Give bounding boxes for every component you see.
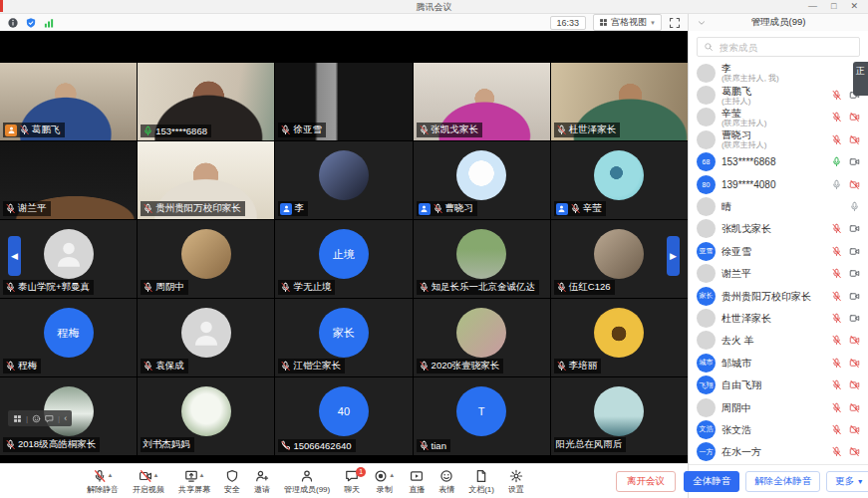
video-tile[interactable]: 杜世泽家长 <box>551 63 688 140</box>
video-tile[interactable]: 袁保成 <box>138 299 274 376</box>
layout-icon[interactable] <box>13 414 22 423</box>
collapse-chevron-icon[interactable]: ‹ <box>64 413 67 423</box>
minimize-button[interactable]: — <box>808 0 817 13</box>
maximize-button[interactable]: □ <box>831 0 836 13</box>
chat-button[interactable]: 1聊天 <box>337 469 367 494</box>
member-row[interactable]: 张凯戈家长 <box>689 218 868 240</box>
video-tile[interactable]: 家长江锴尘家长 <box>275 299 412 376</box>
mic-status-icon[interactable] <box>831 291 842 302</box>
mic-status-icon[interactable] <box>831 424 842 435</box>
camera-status-icon[interactable] <box>849 246 860 257</box>
member-row[interactable]: 一方在水一方 <box>689 441 868 463</box>
mic-status-icon[interactable] <box>831 358 842 369</box>
camera-status-icon[interactable] <box>849 112 860 123</box>
security-shield-icon[interactable] <box>25 17 37 29</box>
camera-status-icon[interactable] <box>849 446 860 457</box>
mic-status-icon[interactable] <box>831 90 842 101</box>
caret-up-icon[interactable]: ▲ <box>108 472 114 478</box>
prev-page-arrow[interactable]: ◀ <box>8 236 21 276</box>
mic-status-icon[interactable] <box>831 446 842 457</box>
camera-status-icon[interactable] <box>849 291 860 302</box>
live-button[interactable]: 直播 <box>402 469 432 494</box>
camera-status-icon[interactable] <box>849 358 860 369</box>
invite-button[interactable]: 邀请 <box>247 469 277 494</box>
mic-status-icon[interactable] <box>831 134 842 145</box>
video-tile[interactable]: 阳光总在风雨后 <box>551 377 688 455</box>
mic-status-icon[interactable] <box>831 335 842 346</box>
mic-status-icon[interactable] <box>831 246 842 257</box>
manage-members-button[interactable]: 管理成员(99) <box>277 469 337 494</box>
start-video-button[interactable]: ▲开启视频 <box>126 469 171 494</box>
grid-view-button[interactable]: 宫格视图 ▼ <box>593 14 662 31</box>
video-tile[interactable]: 张凯戈家长 <box>414 63 550 140</box>
camera-status-icon[interactable] <box>849 134 860 145</box>
video-tile[interactable]: 刘书杰妈妈 <box>138 377 274 455</box>
meeting-info-icon[interactable] <box>7 17 19 29</box>
video-tile[interactable]: Ttian <box>414 377 550 455</box>
member-row[interactable]: 亚雪徐亚雪 <box>689 240 868 262</box>
video-tile[interactable]: 贵州贵阳万校印家长 <box>138 141 274 219</box>
member-search-box[interactable] <box>697 37 860 57</box>
member-row[interactable]: 曹晓习(联席主持人) <box>689 128 868 150</box>
mic-status-icon[interactable] <box>849 201 860 212</box>
network-signal-icon[interactable] <box>43 17 55 29</box>
member-row[interactable]: 飞翔自由飞翔 <box>689 374 868 395</box>
camera-status-icon[interactable] <box>849 335 860 346</box>
member-row[interactable]: 辛莹(联席主持人) <box>689 107 868 128</box>
video-tile[interactable]: 止境学无止境 <box>275 220 412 298</box>
leave-meeting-button[interactable]: 离开会议 <box>616 471 676 492</box>
member-row[interactable]: 葛鹏飞(主持人) <box>689 84 868 106</box>
unmute-all-button[interactable]: 解除全体静音 <box>745 471 820 492</box>
member-row[interactable]: 家长贵州贵阳万校印家长 <box>689 285 868 307</box>
member-row[interactable]: 晴 <box>689 195 868 217</box>
member-row[interactable]: 68153****6868 <box>689 151 868 173</box>
emoji-icon[interactable] <box>32 414 41 423</box>
member-row[interactable]: 城市邹城市 <box>689 352 868 374</box>
camera-status-icon[interactable] <box>849 223 860 234</box>
video-tile[interactable]: 李培丽 <box>551 299 688 376</box>
video-tile[interactable]: 4015066462640 <box>275 377 412 455</box>
video-tile[interactable]: 曹晓习 <box>414 141 550 219</box>
caret-up-icon[interactable]: ▲ <box>199 472 205 478</box>
unmute-button[interactable]: ▲解除静音 <box>80 469 126 494</box>
video-tile[interactable]: 周阴中 <box>138 220 274 298</box>
member-row[interactable]: 去火 羊 <box>689 330 868 352</box>
mic-status-icon[interactable] <box>831 402 842 413</box>
mic-status-icon[interactable] <box>831 156 842 167</box>
video-tile[interactable]: 葛鹏飞 <box>0 63 137 140</box>
search-input[interactable] <box>718 41 853 54</box>
camera-status-icon[interactable] <box>849 379 860 390</box>
camera-status-icon[interactable] <box>849 424 860 435</box>
video-tile[interactable]: 153****6868 <box>138 63 274 140</box>
close-button[interactable]: ✕ <box>850 0 858 13</box>
share-screen-button[interactable]: ▲共享屏幕 <box>171 469 217 494</box>
video-tile[interactable]: 知足长乐一北京金诚亿达 <box>414 220 550 298</box>
member-row[interactable]: 文浩张文浩 <box>689 418 868 440</box>
member-row[interactable]: 谢兰平 <box>689 263 868 285</box>
camera-status-icon[interactable] <box>849 156 860 167</box>
camera-status-icon[interactable] <box>849 402 860 413</box>
video-tile[interactable]: 徐亚雪 <box>275 63 412 140</box>
caret-up-icon[interactable]: ▲ <box>389 472 395 478</box>
mic-status-icon[interactable] <box>831 112 842 123</box>
camera-status-icon[interactable] <box>849 313 860 324</box>
video-tile[interactable]: 2020张壹骁家长 <box>414 299 550 376</box>
video-tile[interactable]: 谢兰平 <box>0 141 137 219</box>
mute-all-button[interactable]: 全体静音 <box>684 471 739 492</box>
record-button[interactable]: ▲录制 <box>367 469 402 494</box>
member-row[interactable]: 杜世泽家长 <box>689 307 868 329</box>
chat-icon[interactable] <box>45 414 54 423</box>
member-row[interactable]: 李(联席主持人, 我) <box>689 62 868 84</box>
caret-up-icon[interactable]: ▲ <box>153 472 159 478</box>
camera-status-icon[interactable] <box>849 268 860 279</box>
fullscreen-button[interactable] <box>669 17 681 29</box>
emoji-button[interactable]: 表情 <box>432 469 461 494</box>
next-page-arrow[interactable]: ▶ <box>667 236 680 276</box>
member-row[interactable]: 周阴中 <box>689 396 868 418</box>
settings-button[interactable]: 设置 <box>501 469 531 494</box>
member-row[interactable]: 80139****4080 <box>689 173 868 195</box>
video-tile[interactable]: 程梅程梅 <box>0 299 137 376</box>
floating-reactions-bar[interactable]: | | ‹ <box>8 410 72 426</box>
mic-status-icon[interactable] <box>831 379 842 390</box>
video-tile[interactable]: 李 <box>275 141 412 219</box>
